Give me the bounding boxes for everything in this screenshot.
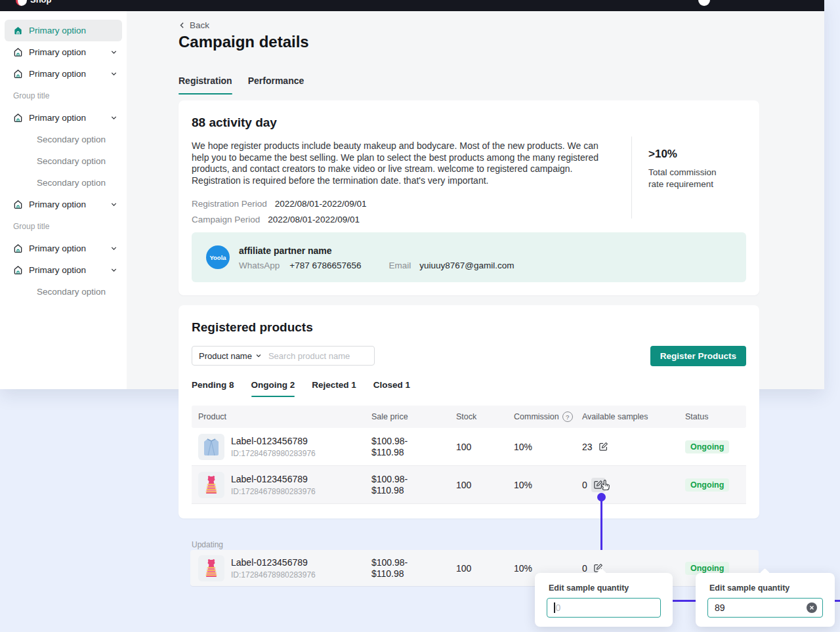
popover-label: Edit sample quantity xyxy=(707,583,823,593)
chevron-down-icon xyxy=(110,245,117,252)
col-sale-price: Sale price xyxy=(371,412,456,421)
product-id: ID:17284678980283976 xyxy=(231,449,316,458)
chevron-down-icon xyxy=(255,352,262,359)
sidebar-item-primary-4[interactable]: Primary option xyxy=(0,107,127,129)
campaign-description: We hope register products include beauty… xyxy=(192,140,617,186)
sample-quantity-input[interactable]: 0 xyxy=(547,598,661,618)
tab-performance[interactable]: Performance xyxy=(248,75,304,95)
sidebar-group-title: Group title xyxy=(0,215,127,238)
campaign-info-card: 88 activity day We hope register product… xyxy=(178,100,759,295)
home-icon xyxy=(13,243,23,253)
product-image-dress xyxy=(198,555,224,581)
tab-rejected[interactable]: Rejected 1 xyxy=(312,380,356,397)
chevron-down-icon xyxy=(110,114,117,121)
whatsapp-label: WhatsApp xyxy=(239,261,280,270)
product-name[interactable]: Label-0123456789 xyxy=(231,557,316,568)
campaign-period-label: Campaign Period xyxy=(192,215,260,224)
home-icon xyxy=(13,69,23,79)
sidebar: Primary option Primary option Primary op… xyxy=(0,11,127,389)
status-badge: Ongoing xyxy=(685,440,729,453)
product-image-dress xyxy=(198,472,224,498)
sidebar-item-primary-2[interactable]: Primary option xyxy=(0,41,127,63)
table-row: Label-0123456789 ID:17284678980283976 $1… xyxy=(192,428,746,466)
edit-sample-quantity-popover: Edit sample quantity 89 xyxy=(696,573,835,627)
vertical-divider xyxy=(631,137,632,219)
product-name[interactable]: Label-0123456789 xyxy=(231,474,316,484)
commission-value: 10% xyxy=(514,442,582,452)
tab-ongoing[interactable]: Ongoing 2 xyxy=(251,380,295,397)
tiktok-logo-icon xyxy=(16,0,27,6)
col-status: Status xyxy=(685,412,746,421)
home-icon xyxy=(13,200,23,209)
sidebar-item-primary-3[interactable]: Primary option xyxy=(0,63,127,85)
avatar[interactable] xyxy=(698,0,710,6)
registered-products-card: Registered products Product name Search … xyxy=(178,305,759,518)
sale-price-from: $100.98- xyxy=(371,436,456,447)
partner-avatar: Yoola xyxy=(206,245,230,269)
brand-label: Shop xyxy=(30,0,52,5)
app-window: Shop Primary option Primary option Prima… xyxy=(0,0,824,389)
tab-registration[interactable]: Registration xyxy=(178,75,232,95)
sale-price-to: $110.98 xyxy=(371,485,456,496)
product-name[interactable]: Label-0123456789 xyxy=(231,436,316,446)
search-input[interactable]: Search product name xyxy=(268,351,350,361)
back-button[interactable]: Back xyxy=(178,20,209,30)
search-filter-dropdown[interactable]: Product name xyxy=(199,351,262,361)
sidebar-item-primary-7[interactable]: Primary option xyxy=(0,259,127,281)
sale-price-from: $100.98- xyxy=(371,474,456,485)
partner-name: affiliate partner name xyxy=(239,245,332,256)
sidebar-group-title: Group title xyxy=(0,85,127,107)
tab-closed[interactable]: Closed 1 xyxy=(373,380,410,397)
search-filter-label: Product name xyxy=(199,351,252,361)
home-icon xyxy=(13,47,23,57)
home-icon xyxy=(13,113,23,123)
text-caret xyxy=(554,602,555,613)
sidebar-item-primary-1[interactable]: Primary option xyxy=(5,20,122,41)
sidebar-item-secondary-3[interactable]: Secondary option xyxy=(0,172,127,194)
sale-price-to: $110.98 xyxy=(371,568,456,579)
input-placeholder: 0 xyxy=(556,602,561,613)
samples-value: 0 xyxy=(582,480,587,490)
chevron-left-icon xyxy=(178,22,186,29)
commission-requirement-value: >10% xyxy=(648,148,677,161)
partner-contacts: WhatsApp +787 6786657656 Email yuiuuy876… xyxy=(239,261,514,270)
registration-period-row: Registration Period 2022/08/01-2022/09/0… xyxy=(192,199,366,209)
clear-icon[interactable] xyxy=(807,602,817,613)
sidebar-item-label: Primary option xyxy=(29,200,110,209)
edit-icon[interactable] xyxy=(591,478,606,492)
table-row: Label-0123456789 ID:17284678980283976 $1… xyxy=(192,466,746,504)
campaign-tabs: Registration Performance xyxy=(178,75,304,95)
sidebar-item-label: Primary option xyxy=(29,47,110,57)
register-products-button[interactable]: Register Products xyxy=(650,346,746,366)
email-label: Email xyxy=(389,261,411,270)
sidebar-item-secondary-2[interactable]: Secondary option xyxy=(0,150,127,172)
chevron-down-icon xyxy=(110,49,117,56)
sample-quantity-input[interactable]: 89 xyxy=(707,598,823,618)
chevron-down-icon xyxy=(110,266,117,274)
sale-price-to: $110.98 xyxy=(371,447,456,458)
question-icon[interactable]: ? xyxy=(562,411,573,422)
edit-icon[interactable] xyxy=(597,440,611,454)
registration-period-value: 2022/08/01-2022/09/01 xyxy=(275,199,367,209)
sidebar-item-label: Primary option xyxy=(29,243,110,253)
product-search[interactable]: Product name Search product name xyxy=(192,346,375,366)
chevron-down-icon xyxy=(110,70,117,77)
campaign-period-row: Campaign Period 2022/08/01-2022/09/01 xyxy=(192,215,360,224)
page-title: Campaign details xyxy=(178,33,309,51)
sidebar-item-secondary-1[interactable]: Secondary option xyxy=(0,129,127,150)
product-id: ID:17284678980283976 xyxy=(231,487,316,496)
updating-label: Updating xyxy=(192,540,223,549)
annotation-dot xyxy=(597,493,606,501)
sidebar-item-primary-5[interactable]: Primary option xyxy=(0,194,127,215)
products-table: Product Sale price Stock Commission ? Av… xyxy=(192,406,746,504)
popover-label: Edit sample quantity xyxy=(547,583,661,593)
sidebar-item-secondary-4[interactable]: Secondary option xyxy=(0,281,127,303)
table-header-row: Product Sale price Stock Commission ? Av… xyxy=(192,406,746,428)
col-commission: Commission ? xyxy=(514,411,582,422)
col-product: Product xyxy=(198,412,371,421)
sidebar-item-label: Primary option xyxy=(29,265,110,275)
col-stock: Stock xyxy=(456,412,514,421)
campaign-name: 88 activity day xyxy=(192,116,277,130)
sidebar-item-primary-6[interactable]: Primary option xyxy=(0,238,127,259)
tab-pending[interactable]: Pending 8 xyxy=(192,380,234,397)
